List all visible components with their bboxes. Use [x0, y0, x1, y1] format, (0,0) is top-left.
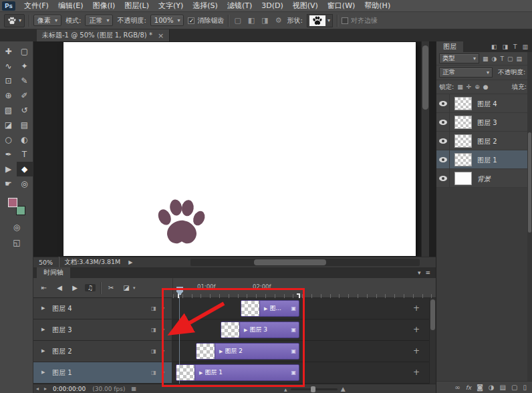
gradient-tool[interactable]: ▤	[17, 118, 33, 132]
tool-preset-dropdown[interactable]: ▾	[4, 14, 25, 27]
clip-layer3[interactable]: ▶ 图层 3 ▣	[221, 321, 299, 338]
disclosure-icon[interactable]: ▶	[41, 305, 45, 311]
layer-thumbnail[interactable]	[454, 116, 472, 129]
layer-filter-dropdown[interactable]: 类型 ▾	[439, 53, 479, 63]
clip-layer1[interactable]: ▶ 图层 1 ▣	[176, 364, 299, 381]
first-frame-button[interactable]: ⇤	[39, 284, 49, 291]
canvas-vertical-scrollbar[interactable]	[421, 41, 429, 257]
path-op-new-icon[interactable]: ▢	[233, 16, 242, 25]
lock-position-icon[interactable]: ✛	[467, 84, 472, 90]
track-lane[interactable]: ▶ 图层 1 ▣ +	[172, 362, 429, 384]
quick-mask-icon[interactable]: ◎	[0, 223, 33, 232]
disclosure-icon[interactable]: ▶	[219, 349, 223, 354]
layers-scrollbar[interactable]	[527, 52, 532, 381]
visibility-toggle[interactable]	[436, 94, 450, 113]
work-area-end-marker[interactable]	[297, 293, 300, 298]
disclosure-icon[interactable]: ▶	[41, 370, 45, 375]
layer-row-background[interactable]: 背景	[436, 169, 532, 188]
scroll-right-icon[interactable]: ▸	[41, 386, 49, 392]
visibility-toggle[interactable]	[436, 132, 450, 150]
track-header-layer3[interactable]: ▶ 图层 3 ◨ ▾	[33, 319, 172, 341]
track-lane[interactable]: ▶ 图层 2 ▣ +	[172, 341, 429, 362]
clip-layer2[interactable]: ▶ 图层 2 ▣	[196, 343, 299, 360]
track-toggle-icon[interactable]: ◨	[151, 348, 156, 354]
play-button[interactable]: ▶	[70, 284, 80, 291]
eraser-tool[interactable]: ◪	[1, 118, 17, 132]
document-tab[interactable]: 未标题-1 @ 50% (图层 1, RGB/8) * ×	[37, 29, 170, 41]
disclosure-icon[interactable]: ▶	[41, 348, 45, 354]
track-toggle-icon[interactable]: ◨	[151, 327, 156, 333]
menu-help[interactable]: 帮助(H)	[360, 0, 395, 11]
zoom-tool[interactable]: ◎	[17, 176, 33, 191]
filter-type-icon[interactable]: T	[500, 55, 504, 62]
layer-thumbnail[interactable]	[454, 97, 472, 110]
add-media-button[interactable]: +	[413, 325, 420, 334]
history-brush-tool[interactable]: ↺	[17, 103, 33, 118]
path-select-tool[interactable]: ▶	[1, 162, 17, 176]
adjustment-layer-icon[interactable]: ◑	[489, 384, 495, 391]
visibility-toggle[interactable]	[436, 169, 450, 188]
brush-tool[interactable]: ✐	[17, 88, 33, 103]
visibility-toggle[interactable]	[436, 113, 450, 132]
scrollbar-thumb[interactable]	[430, 299, 435, 330]
clip-layer4[interactable]: ▶ 图... ▣	[241, 300, 299, 317]
filter-adjustment-icon[interactable]: ◑	[492, 55, 497, 62]
eyedropper-tool[interactable]: ✎	[17, 74, 33, 88]
track-lane[interactable]: ▶ 图... ▣ +	[172, 298, 429, 319]
filter-smart-icon[interactable]: ▤	[516, 55, 522, 62]
healing-tool[interactable]: ⊕	[1, 88, 17, 103]
prev-frame-button[interactable]: ◀	[54, 284, 65, 291]
track-header-layer2[interactable]: ▶ 图层 2 ◨ ▾	[33, 341, 172, 362]
panel-menu-icon[interactable]: ≡	[425, 267, 430, 278]
disclosure-icon[interactable]: ▶	[244, 328, 247, 333]
background-color-swatch[interactable]	[16, 206, 25, 215]
status-flyout-icon[interactable]: ▶	[128, 259, 132, 265]
layer-thumbnail[interactable]	[454, 153, 472, 166]
new-group-icon[interactable]: ▤	[500, 384, 506, 391]
scrollbar-thumb[interactable]	[528, 132, 531, 233]
track-toggle-icon[interactable]: ◨	[151, 370, 156, 376]
chevron-down-icon[interactable]: ▾	[162, 348, 164, 354]
menu-select[interactable]: 选择(S)	[188, 0, 223, 11]
align-edges-checkbox[interactable]: 对齐边缘	[342, 16, 378, 25]
tab-layers[interactable]: 图层	[436, 41, 463, 52]
timeline-vertical-scrollbar[interactable]	[429, 298, 436, 384]
layer-row-layer3[interactable]: 图层 3	[436, 113, 532, 132]
scrollbar-thumb[interactable]	[254, 259, 326, 265]
menu-edit[interactable]: 编辑(E)	[53, 0, 88, 11]
chevron-down-icon[interactable]: ▾	[162, 370, 164, 376]
frame-view-icon[interactable]: ▦	[128, 386, 139, 392]
menu-image[interactable]: 图像(I)	[88, 0, 120, 11]
menu-type[interactable]: 文字(Y)	[154, 0, 188, 11]
scissors-icon[interactable]: ✂	[106, 284, 116, 291]
layer-style-icon[interactable]: fx	[466, 384, 472, 391]
crop-tool[interactable]: ⊡	[1, 74, 17, 88]
panel-dock-icon-3[interactable]: T	[513, 41, 517, 52]
disclosure-icon[interactable]: ▶	[41, 327, 45, 332]
opacity-dropdown[interactable]: 100% ▾	[150, 15, 184, 26]
move-tool[interactable]: ✚	[1, 44, 17, 59]
layer-blend-dropdown[interactable]: 正常 ▾	[439, 68, 493, 78]
timeline-ruler[interactable]: 01:00f 02:00f	[172, 278, 436, 298]
close-icon[interactable]: ×	[158, 31, 164, 40]
panel-dock-icon-2[interactable]: ◨	[502, 41, 508, 52]
filter-shape-icon[interactable]: ▢	[507, 55, 513, 62]
quick-select-tool[interactable]: ✦	[17, 59, 33, 74]
lock-pixels-icon[interactable]: ⊕	[475, 84, 480, 90]
dodge-tool[interactable]: ◐	[17, 132, 33, 147]
delete-layer-icon[interactable]: ▯	[523, 384, 527, 391]
add-media-button[interactable]: +	[413, 303, 420, 313]
filter-pixel-icon[interactable]: ▦	[483, 55, 489, 62]
audio-toggle-button[interactable]: ♫	[85, 284, 96, 291]
chevron-down-icon[interactable]: ▾	[162, 305, 164, 311]
pen-tool[interactable]: ✒	[1, 147, 17, 162]
menu-layer[interactable]: 图层(L)	[120, 0, 154, 11]
menu-file[interactable]: 文件(F)	[19, 0, 53, 11]
menu-view[interactable]: 视图(V)	[288, 0, 323, 11]
zoom-slider-thumb[interactable]	[311, 386, 315, 392]
scroll-left-icon[interactable]: ◂	[33, 386, 41, 392]
foreground-color-swatch[interactable]	[8, 198, 17, 207]
lasso-tool[interactable]: ∿	[1, 59, 17, 74]
zoom-level[interactable]: 50%	[33, 259, 58, 266]
transition-icon[interactable]: ◪	[121, 284, 132, 291]
